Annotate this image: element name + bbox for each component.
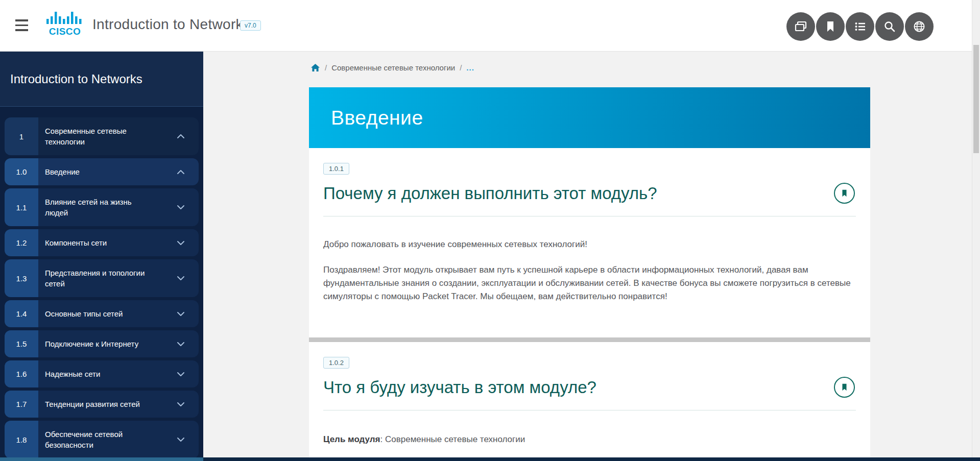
module-goal: Цель модуля: Современные сетевые техноло… <box>323 433 856 446</box>
bookmarks-icon <box>823 19 838 34</box>
breadcrumb-module-link[interactable]: Современные сетевые технологии <box>331 63 455 72</box>
sidebar: Introduction to Networks 1 Современные с… <box>0 52 203 461</box>
item-label: Влияние сетей на жизнь людей <box>38 188 199 226</box>
item-label: Обеспечение сетевой безопасности <box>38 421 199 458</box>
item-label: Современные сетевые технологии <box>38 117 199 155</box>
item-label: Подключение к Интернету <box>38 330 199 357</box>
banner-title: Введение <box>331 107 423 129</box>
vertical-scrollbar[interactable] <box>972 0 980 461</box>
item-number: 1.1 <box>5 188 38 226</box>
hamburger-icon <box>15 19 28 21</box>
sidebar-item-1.7[interactable]: 1.7 Тенденции развития сетей <box>5 391 199 418</box>
goal-text: : Современные сетевые технологии <box>380 434 525 444</box>
sidebar-item-1.6[interactable]: 1.6 Надежные сети <box>5 360 199 387</box>
version-badge: v7.0 <box>240 20 261 31</box>
chevron-down-icon <box>175 434 186 445</box>
footer-bar <box>0 457 980 461</box>
item-number: 1.3 <box>5 259 38 297</box>
item-number: 1.6 <box>5 360 38 387</box>
item-label: Компоненты сети <box>38 229 199 256</box>
section-divider <box>309 337 870 342</box>
footer-bar-sidebar-segment <box>0 457 203 461</box>
item-label: Введение <box>38 158 199 185</box>
section-1.0.2: 1.0.2 Что я буду изучать в этом модуле? … <box>309 342 870 446</box>
module-banner: Введение <box>309 87 870 148</box>
chevron-down-icon <box>175 237 186 249</box>
scrollbar-thumb[interactable] <box>973 45 979 153</box>
hamburger-menu-button[interactable] <box>15 19 29 32</box>
bookmarks-button[interactable] <box>816 12 845 41</box>
sidebar-item-1.1[interactable]: 1.1 Влияние сетей на жизнь людей <box>5 188 199 226</box>
item-number: 1.4 <box>5 300 38 327</box>
bookmark-icon <box>840 188 849 198</box>
cisco-logo-bars-icon <box>46 11 83 24</box>
app-root: CISCO Introduction to Networks v7.0 <box>0 0 980 461</box>
bookmark-icon <box>840 382 849 392</box>
breadcrumb-ellipsis-link[interactable]: ... <box>466 63 474 72</box>
sidebar-item-1.8[interactable]: 1.8 Обеспечение сетевой безопасности <box>5 421 199 458</box>
table-of-contents-icon <box>853 19 867 34</box>
paragraph: Поздравляем! Этот модуль открывает вам п… <box>323 263 856 303</box>
chevron-down-icon <box>175 338 186 350</box>
sidebar-course-title: Introduction to Networks <box>0 52 203 107</box>
sidebar-item-module-1[interactable]: 1 Современные сетевые технологии <box>5 117 199 155</box>
section-number-badge: 1.0.1 <box>323 163 349 175</box>
language-globe-icon <box>912 19 926 34</box>
chevron-down-icon <box>175 308 186 320</box>
item-number: 1.2 <box>5 229 38 256</box>
paragraph: Добро пожаловать в изучение современных … <box>323 238 856 251</box>
sidebar-item-1.5[interactable]: 1.5 Подключение к Интернету <box>5 330 199 357</box>
section-number-badge: 1.0.2 <box>323 357 349 369</box>
header-toolbar <box>786 12 934 41</box>
breadcrumb-separator: / <box>460 63 462 72</box>
bookmark-section-button[interactable] <box>834 183 855 204</box>
section-rule <box>323 216 856 216</box>
course-title: Introduction to Networks <box>92 16 250 33</box>
breadcrumb-separator: / <box>325 63 327 72</box>
search-icon <box>882 19 897 34</box>
content-card: Введение 1.0.1 Почему я должен выполнить… <box>309 87 870 461</box>
chevron-up-icon <box>175 166 186 178</box>
item-number: 1 <box>5 117 38 155</box>
item-number: 1.5 <box>5 330 38 357</box>
sidebar-item-1.0[interactable]: 1.0 Введение <box>5 158 199 185</box>
section-title: Почему я должен выполнить этот модуль? <box>323 184 657 203</box>
section-rule <box>323 410 856 410</box>
app-header: CISCO Introduction to Networks v7.0 <box>0 0 980 52</box>
item-label: Представления и топологии сетей <box>38 259 199 297</box>
item-label: Основные типы сетей <box>38 300 199 327</box>
sidebar-item-1.2[interactable]: 1.2 Компоненты сети <box>5 229 199 256</box>
main-content: / Современные сетевые технологии / ... В… <box>203 52 980 461</box>
section-1.0.1: 1.0.1 Почему я должен выполнить этот мод… <box>309 148 870 342</box>
item-number: 1.8 <box>5 421 38 458</box>
item-number: 1.0 <box>5 158 38 185</box>
chevron-up-icon <box>175 131 186 142</box>
stacked-windows-icon <box>793 19 808 34</box>
chevron-down-icon <box>175 202 186 213</box>
bookmark-section-button[interactable] <box>834 377 855 398</box>
language-globe-button[interactable] <box>905 12 934 41</box>
item-label: Надежные сети <box>38 360 199 387</box>
item-label: Тенденции развития сетей <box>38 391 199 418</box>
table-of-contents-button[interactable] <box>846 12 874 41</box>
sidebar-item-1.4[interactable]: 1.4 Основные типы сетей <box>5 300 199 327</box>
chevron-down-icon <box>175 273 186 284</box>
stacked-windows-button[interactable] <box>786 12 815 41</box>
home-icon[interactable] <box>310 63 320 72</box>
chevron-down-icon <box>175 399 186 410</box>
sidebar-item-1.3[interactable]: 1.3 Представления и топологии сетей <box>5 259 199 297</box>
breadcrumb: / Современные сетевые технологии / ... <box>310 63 474 72</box>
cisco-logo-text: CISCO <box>45 26 85 37</box>
search-button[interactable] <box>875 12 904 41</box>
sidebar-nav: 1 Современные сетевые технологии 1.0 Вве… <box>0 107 203 458</box>
section-title: Что я буду изучать в этом модуле? <box>323 378 596 397</box>
goal-label: Цель модуля <box>323 434 380 444</box>
item-number: 1.7 <box>5 391 38 418</box>
chevron-down-icon <box>175 369 186 380</box>
cisco-logo[interactable]: CISCO <box>45 11 85 37</box>
